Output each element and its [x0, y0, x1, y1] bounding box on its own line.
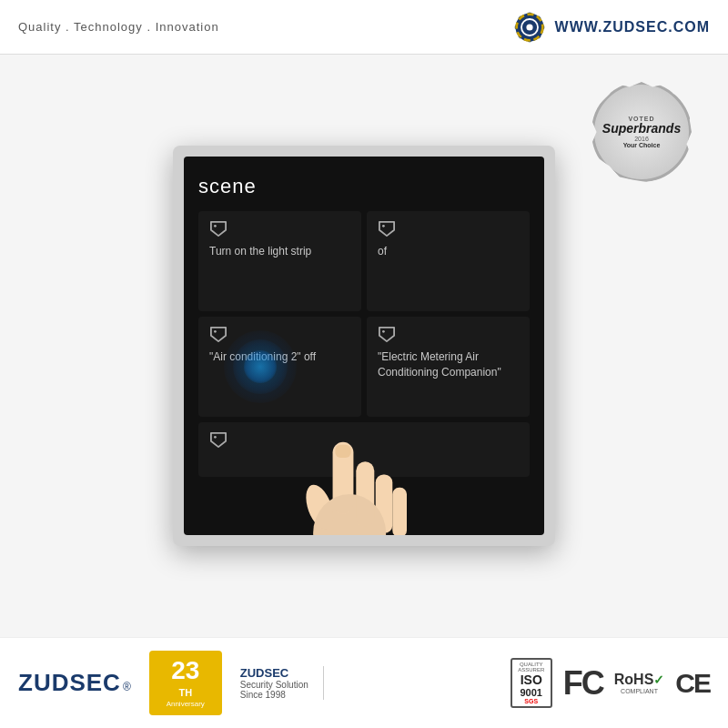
iso-sub: 9001 [521, 687, 542, 698]
ce-label: CE [675, 668, 710, 698]
footer-zudsec-tagline1: Security Solution [240, 680, 308, 690]
header-tagline: Quality . Technology . Innovation [18, 20, 219, 34]
footer-registered-mark: ® [123, 681, 131, 693]
footer-brand-text: ZUDSEC [18, 669, 121, 697]
website-url: WWW.ZUDSEC.COM [555, 19, 710, 35]
iso-certifier: SGS [524, 698, 538, 704]
svg-point-14 [214, 330, 217, 333]
tag-icon-3 [209, 326, 228, 342]
tag-icon-5 [209, 431, 228, 448]
scene-title: scene [198, 175, 530, 198]
anniversary-box: 23 TH Anniversary [149, 651, 222, 715]
svg-point-12 [214, 225, 217, 228]
anniversary-suffix: TH [178, 687, 192, 698]
scene-tile-1[interactable]: Turn on the light strip [198, 211, 361, 311]
iso-badge: QUALITYASSURER ISO 9001 SGS [511, 658, 552, 708]
iso-number: ISO [521, 672, 542, 687]
fc-label: FC [563, 664, 603, 702]
tile-4-label: "Electric Metering Air Conditioning Comp… [378, 349, 519, 380]
footer-zudsec-info: ZUDSEC Security Solution Since 1998 [240, 666, 324, 700]
touch-ripple [224, 330, 297, 403]
rohs-badge: RoHS ✓ COMPLIANT [614, 672, 665, 694]
header: Quality . Technology . Innovation WWW.ZU… [0, 0, 728, 55]
anniversary-number: 23 [162, 658, 209, 683]
rohs-label: RoHS [614, 672, 654, 688]
iso-quality-label: QUALITYASSURER [518, 662, 544, 672]
footer: ZUDSEC ® 23 TH Anniversary ZUDSEC Securi… [0, 637, 728, 728]
footer-zudsec-brand: ZUDSEC [240, 666, 308, 680]
scene-grid: Turn on the light strip of [198, 211, 530, 522]
footer-zudsec-tagline2: Since 1998 [240, 690, 308, 700]
scene-tile-4[interactable]: "Electric Metering Air Conditioning Comp… [367, 317, 530, 417]
ce-badge: CE [675, 668, 710, 699]
superbrands-badge: VOTED Superbrands 2016 Your Choice [592, 82, 692, 182]
scene-tile-3[interactable]: "Air conditioning 2" off [198, 317, 361, 417]
tag-icon-2 [378, 220, 396, 237]
device-frame: scene Turn on the light strip [173, 146, 555, 546]
footer-badges: QUALITYASSURER ISO 9001 SGS FC RoHS ✓ CO… [339, 658, 710, 708]
main-content: VOTED Superbrands 2016 Your Choice scene… [0, 55, 728, 637]
rohs-check-icon: ✓ [653, 672, 664, 687]
brand-logo-icon [513, 11, 546, 44]
tag-icon-1 [209, 220, 228, 237]
svg-point-13 [382, 225, 385, 228]
tag-icon-4 [378, 326, 396, 342]
header-right: WWW.ZUDSEC.COM [513, 11, 710, 44]
fc-badge: FC [563, 664, 603, 703]
tile-1-label: Turn on the light strip [209, 244, 350, 259]
badge-your-choice: Your Choice [623, 142, 661, 148]
svg-point-15 [382, 330, 385, 333]
rohs-compliant-label: COMPLIANT [621, 688, 658, 694]
tile-2-label: of [378, 244, 519, 259]
svg-point-2 [526, 24, 532, 30]
scene-tile-2[interactable]: of [367, 211, 530, 311]
badge-brand-name: Superbrands [602, 122, 681, 136]
scene-tile-5[interactable] [198, 422, 530, 477]
device-screen: scene Turn on the light strip [184, 157, 544, 535]
footer-logo: ZUDSEC ® [18, 669, 131, 697]
badge-year: 2016 [634, 136, 649, 142]
anniversary-label: Anniversary [162, 700, 209, 708]
svg-point-16 [214, 436, 217, 439]
